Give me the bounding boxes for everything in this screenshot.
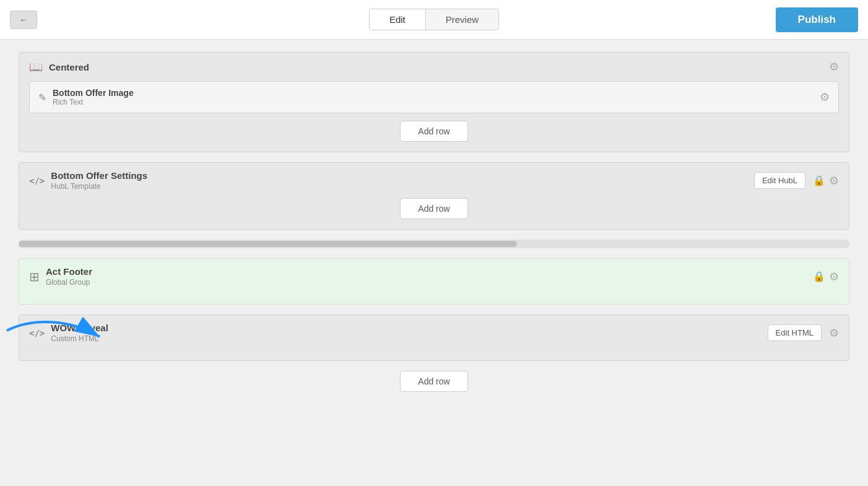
scroll-indicator: [19, 240, 849, 248]
bottom-offer-settings-gear-icon[interactable]: ⚙: [829, 174, 839, 188]
grid-icon: ⊞: [29, 271, 40, 283]
act-footer-header-left: ⊞ Act Footer Global Group: [29, 266, 92, 287]
tab-edit[interactable]: Edit: [370, 9, 426, 30]
edit-icon: ✎: [38, 92, 46, 103]
book-icon: 📖: [29, 61, 43, 72]
wow-reveal-actions: Edit HTML ⚙: [768, 324, 839, 341]
wow-reveal-gear-icon[interactable]: ⚙: [829, 326, 839, 340]
act-footer-subtitle: Global Group: [46, 278, 92, 287]
publish-button[interactable]: Publish: [776, 7, 858, 32]
wow-reveal-header-left: </> WOW Reveal Custom HTML: [29, 323, 108, 343]
bottom-offer-settings-lock-icon: 🔒: [813, 175, 825, 186]
bottom-offer-settings-actions: Edit HubL 🔒 ⚙: [754, 172, 839, 189]
act-footer-lock-icon: 🔒: [813, 271, 825, 282]
wow-reveal-add-row-container: Add row: [19, 371, 849, 392]
act-footer-section: ⊞ Act Footer Global Group 🔒 ⚙: [19, 258, 849, 305]
centered-section-header: 📖 Centered ⚙: [29, 60, 839, 74]
act-footer-title-block: Act Footer Global Group: [46, 266, 92, 287]
centered-add-row-button[interactable]: Add row: [400, 121, 467, 142]
centered-section-title: Centered: [49, 62, 89, 72]
act-footer-title: Act Footer: [46, 266, 92, 277]
bottom-offer-image-title: Bottom Offer Image: [53, 88, 134, 98]
wow-reveal-add-row-button[interactable]: Add row: [400, 371, 467, 392]
bottom-offer-image-card: ✎ Bottom Offer Image Rich Text ⚙: [29, 81, 839, 113]
wow-reveal-section: </> WOW Reveal Custom HTML Edit HTML ⚙: [19, 315, 849, 361]
tab-group: Edit Preview: [369, 9, 499, 30]
bottom-offer-settings-subtitle: HubL Template: [51, 182, 147, 191]
bottom-offer-settings-add-row-container: Add row: [29, 198, 839, 219]
bottom-offer-image-gear-icon[interactable]: ⚙: [820, 90, 830, 104]
centered-section: 📖 Centered ⚙ ✎ Bottom Offer Image Rich T…: [19, 52, 849, 152]
wow-reveal-subtitle: Custom HTML: [51, 334, 108, 343]
bottom-offer-settings-title-block: Bottom Offer Settings HubL Template: [51, 170, 147, 191]
bottom-offer-settings-header-left: </> Bottom Offer Settings HubL Template: [29, 170, 147, 191]
bottom-offer-settings-section: </> Bottom Offer Settings HubL Template …: [19, 162, 849, 230]
main-content: 📖 Centered ⚙ ✎ Bottom Offer Image Rich T…: [0, 40, 868, 486]
code-icon-wow: </>: [29, 329, 45, 337]
bottom-offer-image-subtitle: Rich Text: [53, 98, 134, 106]
act-footer-gear-icon[interactable]: ⚙: [829, 270, 839, 284]
centered-add-row-container: Add row: [29, 121, 839, 142]
bottom-offer-image-text: Bottom Offer Image Rich Text: [53, 88, 134, 106]
bottom-offer-settings-title: Bottom Offer Settings: [51, 170, 147, 181]
bottom-offer-image-card-left: ✎ Bottom Offer Image Rich Text: [38, 88, 134, 106]
top-bar: ← Edit Preview Publish: [0, 0, 868, 40]
wow-reveal-header: </> WOW Reveal Custom HTML Edit HTML ⚙: [29, 323, 839, 343]
wow-reveal-title: WOW Reveal: [51, 323, 108, 333]
edit-html-button[interactable]: Edit HTML: [768, 324, 822, 341]
back-button[interactable]: ←: [10, 11, 37, 29]
tab-preview[interactable]: Preview: [426, 9, 498, 30]
bottom-offer-settings-add-row-button[interactable]: Add row: [400, 198, 467, 219]
edit-hubl-button[interactable]: Edit HubL: [754, 172, 805, 189]
code-icon-settings: </>: [29, 176, 45, 185]
top-bar-left: ←: [10, 11, 37, 29]
act-footer-actions: 🔒 ⚙: [813, 270, 839, 284]
bottom-offer-settings-header: </> Bottom Offer Settings HubL Template …: [29, 170, 839, 191]
centered-title-block: Centered: [49, 62, 89, 72]
centered-section-header-left: 📖 Centered: [29, 61, 89, 72]
act-footer-header: ⊞ Act Footer Global Group 🔒 ⚙: [29, 266, 839, 287]
centered-gear-icon[interactable]: ⚙: [829, 60, 839, 74]
wow-reveal-title-block: WOW Reveal Custom HTML: [51, 323, 108, 343]
scroll-thumb: [19, 241, 517, 247]
